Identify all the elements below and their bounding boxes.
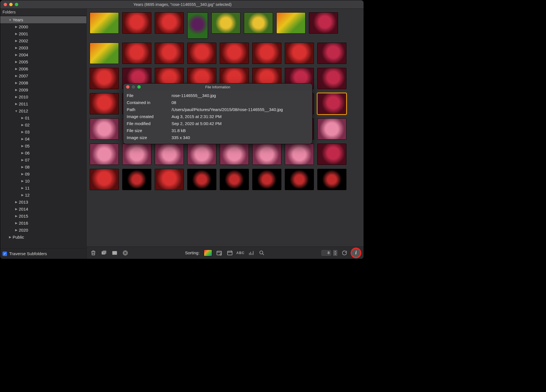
tree-row[interactable]: Years [0, 16, 86, 23]
search-icon[interactable] [258, 250, 265, 256]
thumbnail[interactable] [90, 68, 119, 89]
thumbnail[interactable] [220, 144, 249, 165]
thumbnail[interactable] [253, 144, 281, 165]
chevron-right-icon[interactable] [14, 39, 18, 43]
info-button[interactable]: i [352, 249, 360, 257]
zoom-icon[interactable] [15, 3, 18, 6]
thumbnail[interactable] [90, 43, 119, 64]
chevron-right-icon[interactable] [14, 74, 18, 78]
close-icon[interactable] [4, 3, 7, 6]
tree-row[interactable]: 2003 [0, 44, 86, 51]
tree-row[interactable]: 2015 [0, 213, 86, 220]
thumbnail[interactable] [90, 119, 119, 139]
thumbnail[interactable] [188, 13, 208, 38]
traverse-subfolders-checkbox[interactable]: ✓ [3, 252, 7, 256]
chevron-right-icon[interactable] [20, 123, 24, 127]
thumbnail[interactable] [318, 169, 346, 190]
tree-row[interactable]: 2011 [0, 100, 86, 107]
tree-row[interactable]: 2020 [0, 227, 86, 234]
thumbnail[interactable] [285, 43, 314, 64]
chevron-right-icon[interactable] [14, 32, 18, 36]
tree-row[interactable]: 2004 [0, 51, 86, 58]
tree-row[interactable]: 08 [0, 163, 86, 170]
thumbnail[interactable] [122, 43, 151, 64]
sort-by-name-icon[interactable]: ABC [237, 250, 244, 256]
sort-by-color-icon[interactable] [204, 250, 212, 256]
tree-row[interactable]: 01 [0, 114, 86, 121]
chevron-right-icon[interactable] [14, 228, 18, 232]
columns-count-input[interactable]: 8 [321, 250, 331, 256]
chevron-right-icon[interactable] [8, 235, 12, 239]
tree-row[interactable]: 11 [0, 185, 86, 192]
chevron-right-icon[interactable] [14, 102, 18, 106]
tree-row[interactable]: 12 [0, 192, 86, 199]
stack-icon[interactable] [101, 250, 107, 256]
thumbnail[interactable] [155, 13, 184, 33]
thumbnail[interactable] [90, 93, 119, 114]
tree-row[interactable]: 06 [0, 149, 86, 156]
reload-icon[interactable] [341, 250, 348, 256]
fullscreen-icon[interactable] [111, 250, 118, 256]
chevron-right-icon[interactable] [14, 53, 18, 57]
chevron-down-icon[interactable] [8, 18, 12, 22]
chevron-right-icon[interactable] [14, 221, 18, 225]
thumbnail[interactable] [277, 13, 305, 33]
tree-row[interactable]: 2007 [0, 72, 86, 79]
thumbnail[interactable] [188, 169, 216, 190]
tree-row[interactable]: 05 [0, 142, 86, 149]
minimize-icon[interactable] [9, 3, 13, 6]
info-titlebar[interactable]: File Information [123, 84, 312, 90]
trash-icon[interactable] [90, 250, 97, 256]
titlebar[interactable]: Years (6695 images, "rose-1146555__340.j… [0, 0, 364, 9]
file-information-panel[interactable]: File Information Filerose-1146555__340.j… [123, 83, 313, 144]
chevron-right-icon[interactable] [20, 172, 24, 176]
chevron-down-icon[interactable] [14, 109, 18, 113]
tree-row[interactable]: 2014 [0, 206, 86, 213]
chevron-right-icon[interactable] [14, 67, 18, 71]
tree-row[interactable]: 02 [0, 121, 86, 128]
chevron-right-icon[interactable] [14, 81, 18, 85]
sort-by-modified-date-icon[interactable] [226, 250, 233, 256]
thumbnail[interactable] [220, 43, 249, 64]
chevron-right-icon[interactable] [14, 60, 18, 64]
tree-row[interactable]: 2000 [0, 23, 86, 30]
thumbnail[interactable] [90, 13, 119, 33]
thumbnail[interactable] [188, 43, 216, 64]
tree-row[interactable]: Public [0, 234, 86, 241]
thumbnail[interactable] [309, 13, 338, 33]
thumbnail[interactable] [318, 68, 346, 89]
chevron-right-icon[interactable] [20, 165, 24, 169]
thumbnail[interactable] [90, 144, 119, 165]
thumbnail[interactable] [122, 13, 151, 33]
tree-row[interactable]: 2016 [0, 220, 86, 227]
chevron-right-icon[interactable] [20, 151, 24, 155]
thumbnail[interactable] [212, 13, 240, 33]
thumbnail[interactable] [220, 169, 249, 190]
chevron-right-icon[interactable] [20, 158, 24, 162]
chevron-right-icon[interactable] [14, 46, 18, 50]
tree-row[interactable]: 03 [0, 128, 86, 135]
thumbnail[interactable] [188, 144, 216, 165]
thumbnail[interactable] [318, 93, 346, 114]
folder-tree[interactable]: Years20002001200220032004200520062007200… [0, 16, 86, 248]
columns-stepper[interactable]: ▲▼ [333, 250, 337, 256]
chevron-right-icon[interactable] [20, 179, 24, 183]
tree-row[interactable]: 2006 [0, 65, 86, 72]
thumbnail[interactable] [253, 43, 281, 64]
thumbnail[interactable] [155, 43, 184, 64]
sort-by-capture-date-icon[interactable] [216, 250, 223, 256]
tree-row[interactable]: 2002 [0, 37, 86, 44]
thumbnail[interactable] [155, 169, 184, 190]
chevron-right-icon[interactable] [20, 137, 24, 141]
tree-row[interactable]: 2009 [0, 86, 86, 93]
thumbnail[interactable] [318, 119, 346, 139]
thumbnail[interactable] [122, 169, 151, 190]
tree-row[interactable]: 2001 [0, 30, 86, 37]
thumbnail[interactable] [285, 169, 314, 190]
tree-row[interactable]: 2010 [0, 93, 86, 100]
chevron-right-icon[interactable] [20, 130, 24, 134]
chevron-right-icon[interactable] [14, 200, 18, 204]
thumbnail[interactable] [122, 144, 151, 165]
thumbnail[interactable] [318, 43, 346, 64]
chevron-right-icon[interactable] [14, 88, 18, 92]
